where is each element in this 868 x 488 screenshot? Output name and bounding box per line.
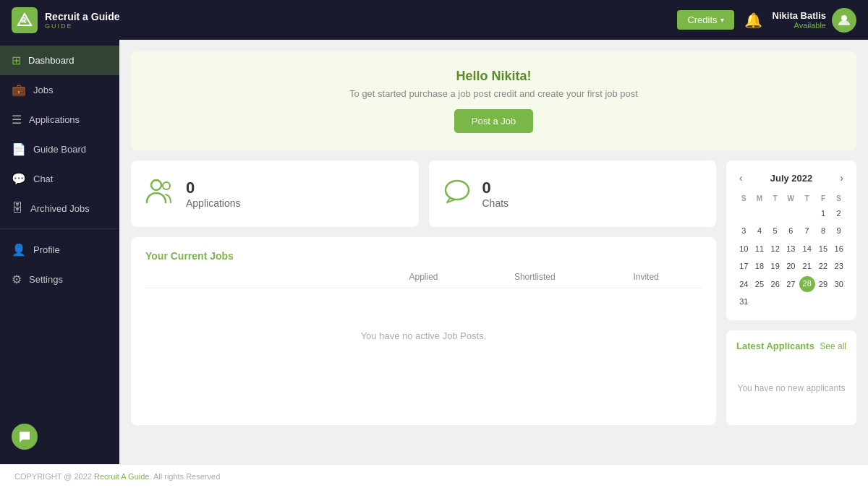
post-job-button[interactable]: Post a Job [454,109,533,133]
credits-button[interactable]: Credits ▾ [677,10,733,30]
cal-label-f: F [816,192,831,205]
cal-day-18[interactable]: 18 [752,258,767,275]
applications-label: Applications [186,197,241,209]
footer-suffix: . All rights Reserved [149,472,220,481]
chat-icon: 💬 [12,172,26,186]
cal-day-empty-10 [816,294,831,310]
cal-day-9[interactable]: 9 [831,223,846,239]
cal-day-25[interactable]: 25 [752,276,767,293]
cal-day-12[interactable]: 12 [767,241,783,257]
cal-day-31[interactable]: 31 [736,294,752,310]
cal-day-13[interactable]: 13 [783,241,799,257]
sidebar-item-chat[interactable]: 💬 Chat [0,164,119,194]
jobs-icon: 💼 [12,83,26,97]
cal-day-24[interactable]: 24 [736,276,752,293]
logo-icon: R [12,7,38,33]
topbar-logo: R Recruit a Guide GUIDE [12,7,119,33]
cal-day-19[interactable]: 19 [767,258,783,275]
calendar-prev-button[interactable]: ‹ [736,171,746,185]
sidebar-item-jobs[interactable]: 💼 Jobs [0,75,119,105]
cal-day-22[interactable]: 22 [816,258,831,275]
logo-text-block: Recruit a Guide GUIDE [45,11,119,30]
cal-day-8[interactable]: 8 [816,223,831,239]
chats-stat-card: 0 Chats [429,160,717,227]
jobs-col-invited: Invited [590,272,702,282]
cal-day-empty-1 [736,205,752,222]
stats-row: 0 Applications 0 [131,160,716,227]
sidebar-label-dashboard: Dashboard [28,55,75,66]
dashboard-icon: ⊞ [12,53,21,67]
topbar-right: Credits ▾ 🔔 Nikita Batlis Available [677,8,856,33]
cal-label-t1: T [767,192,783,205]
footer: COPYRIGHT @ 2022 Recruit A Guide. All ri… [0,464,868,488]
cal-day-14[interactable]: 14 [799,241,815,257]
sidebar-item-archived-jobs[interactable]: 🗄 Archived Jobs [0,194,119,223]
cal-day-empty-5 [799,205,815,222]
chevron-down-icon: ▾ [720,16,724,24]
applicants-empty-text: You have no new applicants [736,361,846,415]
see-all-link[interactable]: See all [820,341,846,351]
cal-day-7[interactable]: 7 [799,223,815,239]
footer-copyright: COPYRIGHT @ 2022 [14,472,94,481]
svg-point-5 [163,182,170,189]
sidebar-label-profile: Profile [33,244,60,255]
applications-stat-card: 0 Applications [131,160,419,227]
calendar-next-button[interactable]: › [837,171,846,185]
cal-day-1[interactable]: 1 [816,205,831,222]
cal-day-20[interactable]: 20 [783,258,799,275]
cal-day-5[interactable]: 5 [767,223,783,239]
sidebar-item-settings[interactable]: ⚙ Settings [0,265,119,294]
applicants-header: Latest Applicants See all [736,341,846,351]
cal-day-23[interactable]: 23 [831,258,846,275]
cal-day-21[interactable]: 21 [799,258,815,275]
chats-label: Chats [482,197,509,209]
bell-icon[interactable]: 🔔 [744,12,762,29]
cal-day-11[interactable]: 11 [752,241,767,257]
footer-link[interactable]: Recruit A Guide [94,472,149,481]
applicants-title: Latest Applicants [736,341,814,351]
sidebar-item-profile[interactable]: 👤 Profile [0,235,119,265]
cal-day-empty-2 [752,205,767,222]
sidebar-label-archived: Archived Jobs [30,203,90,214]
archived-icon: 🗄 [12,202,23,215]
welcome-title: Hello Nikita! [145,69,842,84]
jobs-header: Your Current Jobs [145,250,702,262]
cal-day-3[interactable]: 3 [736,223,752,239]
jobs-col-applied: Applied [368,272,480,282]
jobs-empty-text: You have no active Job Posts. [145,294,702,377]
cal-day-15[interactable]: 15 [816,241,831,257]
user-info: Nikita Batlis Available [773,8,856,33]
right-panel: ‹ July 2022 › S M T W T F S [726,160,856,425]
sidebar-item-applications[interactable]: ☰ Applications [0,105,119,134]
cal-day-27[interactable]: 27 [783,276,799,293]
cal-day-16[interactable]: 16 [831,241,846,257]
svg-point-6 [446,181,469,200]
cal-day-29[interactable]: 29 [816,276,831,293]
user-status: Available [773,21,826,30]
cal-day-30[interactable]: 30 [831,276,846,293]
svg-point-3 [841,15,847,21]
applications-count: 0 [186,179,241,197]
cal-day-10[interactable]: 10 [736,241,752,257]
sidebar-label-jobs: Jobs [33,85,53,95]
main-layout: ⊞ Dashboard 💼 Jobs ☰ Applications 📄 Guid… [0,40,868,464]
chat-bubble-button[interactable] [12,424,38,450]
sidebar-item-guide-board[interactable]: 📄 Guide Board [0,134,119,164]
cal-day-empty-11 [831,294,846,310]
user-name-block: Nikita Batlis Available [773,10,826,30]
cal-day-4[interactable]: 4 [752,223,767,239]
cal-day-empty-8 [783,294,799,310]
sidebar-item-dashboard[interactable]: ⊞ Dashboard [0,46,119,75]
svg-text:R: R [21,17,27,25]
cal-day-6[interactable]: 6 [783,223,799,239]
cal-day-26[interactable]: 26 [767,276,783,293]
sidebar-label-chat: Chat [33,174,53,184]
sidebar: ⊞ Dashboard 💼 Jobs ☰ Applications 📄 Guid… [0,40,119,464]
settings-icon: ⚙ [12,273,22,286]
cal-day-17[interactable]: 17 [736,258,752,275]
cal-day-2[interactable]: 2 [831,205,846,222]
calendar-card: ‹ July 2022 › S M T W T F S [726,160,856,320]
cal-day-empty-3 [767,205,783,222]
cal-day-28-today[interactable]: 28 [799,276,815,292]
guide-board-icon: 📄 [12,142,26,156]
